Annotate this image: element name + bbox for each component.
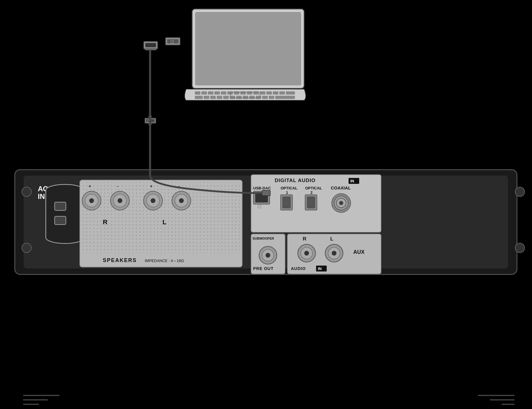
svg-point-64 xyxy=(118,198,122,203)
svg-rect-51 xyxy=(46,184,84,243)
svg-rect-38 xyxy=(145,118,156,123)
svg-point-113 xyxy=(332,251,336,256)
svg-rect-19 xyxy=(204,96,209,99)
svg-rect-6 xyxy=(214,91,220,94)
svg-point-59 xyxy=(85,194,98,207)
svg-rect-55 xyxy=(82,182,240,253)
svg-point-111 xyxy=(325,244,343,262)
svg-rect-116 xyxy=(316,266,327,271)
usb-connector-cable-top: ⬡ xyxy=(145,118,156,124)
svg-rect-13 xyxy=(260,91,265,94)
svg-point-101 xyxy=(259,246,277,264)
svg-rect-3 xyxy=(195,91,200,94)
svg-rect-99 xyxy=(251,234,285,274)
svg-point-98 xyxy=(340,202,342,204)
svg-point-72 xyxy=(179,198,184,203)
svg-rect-8 xyxy=(227,91,233,94)
svg-point-109 xyxy=(304,251,309,256)
svg-text:AUDIO: AUDIO xyxy=(291,266,306,271)
svg-text:SUBWOOFER: SUBWOOFER xyxy=(253,237,274,240)
svg-rect-128 xyxy=(145,43,156,47)
svg-point-47 xyxy=(515,187,525,197)
svg-rect-126 xyxy=(146,45,155,49)
svg-rect-22 xyxy=(223,96,229,99)
svg-rect-91 xyxy=(305,195,317,210)
svg-text:⬡: ⬡ xyxy=(170,39,174,44)
svg-rect-10 xyxy=(240,91,246,94)
svg-rect-88 xyxy=(283,197,290,208)
svg-rect-17 xyxy=(286,91,295,94)
svg-rect-24 xyxy=(236,96,242,99)
svg-rect-44 xyxy=(24,176,508,269)
svg-rect-0 xyxy=(192,9,304,89)
svg-rect-21 xyxy=(217,96,222,99)
svg-text:-: - xyxy=(178,184,180,189)
svg-rect-52 xyxy=(55,202,66,210)
svg-text:2: 2 xyxy=(310,190,313,195)
svg-point-96 xyxy=(336,198,346,208)
svg-rect-92 xyxy=(307,197,315,208)
svg-rect-31 xyxy=(230,92,260,98)
svg-rect-2 xyxy=(196,13,300,84)
svg-rect-77 xyxy=(251,175,381,232)
svg-rect-30 xyxy=(275,96,295,99)
svg-point-108 xyxy=(301,247,313,259)
svg-rect-28 xyxy=(262,96,268,99)
svg-point-60 xyxy=(89,198,94,203)
svg-text:USB-DAC: USB-DAC xyxy=(253,186,271,190)
svg-text:PRE OUT: PRE OUT xyxy=(253,266,274,271)
svg-text:IMPEDANCE : 4～16Ω: IMPEDANCE : 4～16Ω xyxy=(145,259,184,263)
svg-rect-14 xyxy=(266,91,272,94)
svg-rect-124 xyxy=(262,190,270,196)
svg-rect-7 xyxy=(221,91,226,94)
svg-text:COAXIAL: COAXIAL xyxy=(331,185,351,190)
svg-point-71 xyxy=(175,194,188,207)
svg-text:DIGITAL AUDIO: DIGITAL AUDIO xyxy=(275,178,315,183)
svg-rect-87 xyxy=(281,195,292,210)
svg-rect-127 xyxy=(144,41,158,49)
svg-rect-16 xyxy=(279,91,285,94)
svg-point-112 xyxy=(328,247,340,259)
svg-rect-43 xyxy=(15,170,517,274)
svg-text:⬡: ⬡ xyxy=(258,204,261,209)
svg-point-107 xyxy=(298,244,315,262)
svg-text:AUX: AUX xyxy=(353,249,365,255)
svg-rect-125 xyxy=(145,44,157,50)
svg-rect-27 xyxy=(256,96,261,99)
svg-rect-105 xyxy=(287,234,381,274)
svg-text:R: R xyxy=(103,218,108,226)
svg-line-42 xyxy=(150,186,158,195)
svg-text:AC: AC xyxy=(38,185,48,193)
svg-text:L: L xyxy=(162,218,166,226)
svg-text:SPEAKERS: SPEAKERS xyxy=(103,257,137,263)
svg-text:OPTICAL: OPTICAL xyxy=(305,186,322,190)
svg-rect-20 xyxy=(210,96,216,99)
svg-point-95 xyxy=(334,196,348,210)
svg-rect-23 xyxy=(230,96,235,99)
svg-rect-4 xyxy=(201,91,207,94)
svg-text:R: R xyxy=(303,236,306,242)
svg-text:IN: IN xyxy=(38,192,45,200)
svg-rect-32 xyxy=(165,37,180,45)
svg-text:+: + xyxy=(150,184,152,189)
svg-point-62 xyxy=(110,191,129,210)
svg-rect-29 xyxy=(269,96,274,99)
svg-rect-9 xyxy=(234,91,239,94)
svg-text:L: L xyxy=(330,236,333,242)
svg-rect-79 xyxy=(349,178,359,184)
svg-point-68 xyxy=(151,198,155,203)
svg-text:⬡: ⬡ xyxy=(147,119,150,124)
svg-point-97 xyxy=(339,201,343,205)
svg-rect-53 xyxy=(55,216,66,225)
svg-rect-39 xyxy=(146,119,154,122)
svg-text:1: 1 xyxy=(286,190,288,195)
svg-text:IN: IN xyxy=(350,179,354,183)
svg-rect-1 xyxy=(196,12,301,85)
svg-point-103 xyxy=(266,253,270,258)
svg-rect-15 xyxy=(273,91,278,94)
usb-cable xyxy=(148,44,152,124)
svg-rect-26 xyxy=(249,96,255,99)
usb-plug-laptop: ⬡ xyxy=(165,37,180,45)
svg-point-70 xyxy=(172,191,191,210)
svg-text:+: + xyxy=(89,184,91,189)
